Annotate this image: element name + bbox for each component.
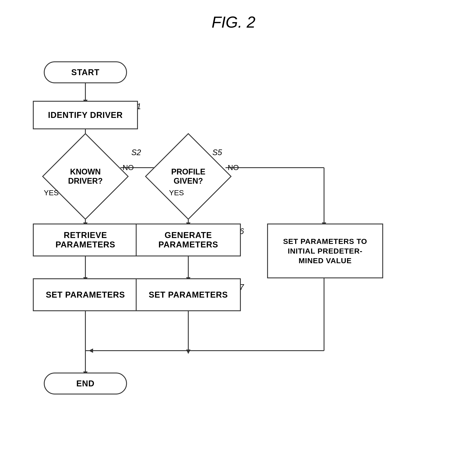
svg-marker-23 bbox=[89, 348, 93, 353]
identify-driver-node: IDENTIFY DRIVER bbox=[33, 101, 138, 129]
profile-given-node bbox=[145, 133, 232, 220]
set-params-right-node: SET PARAMETERS TO INITIAL PREDETER- MINE… bbox=[267, 224, 383, 278]
retrieve-params-node: RETRIEVE PARAMETERS bbox=[33, 224, 138, 256]
flowchart: START S1 IDENTIFY DRIVER S2 KNOWNDRIVER?… bbox=[22, 44, 445, 460]
end-node: END bbox=[44, 373, 127, 394]
no1-label: NO bbox=[123, 163, 134, 172]
generate-params-node: GENERATE PARAMETERS bbox=[136, 224, 241, 256]
start-node: START bbox=[44, 61, 127, 83]
known-driver-node bbox=[42, 133, 129, 220]
no2-label: NO bbox=[228, 163, 239, 172]
set-params-left-node: SET PARAMETERS bbox=[33, 278, 138, 311]
yes1-label: YES bbox=[44, 189, 59, 197]
step-s2: S2 bbox=[131, 148, 141, 157]
svg-marker-20 bbox=[186, 350, 191, 354]
step-s5: S5 bbox=[212, 148, 222, 157]
set-params-mid-node: SET PARAMETERS bbox=[136, 278, 241, 311]
page-title: FIG. 2 bbox=[211, 13, 255, 31]
yes2-label: YES bbox=[169, 189, 184, 197]
